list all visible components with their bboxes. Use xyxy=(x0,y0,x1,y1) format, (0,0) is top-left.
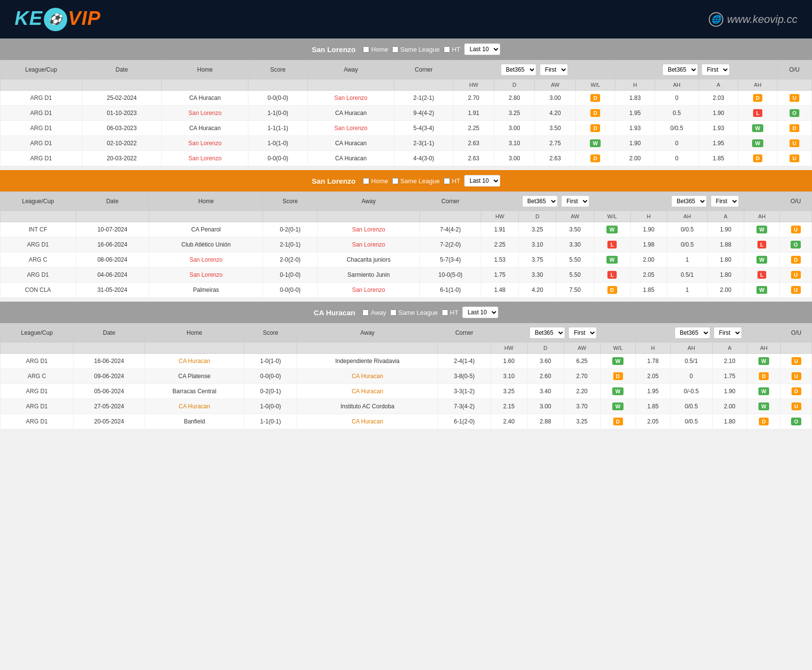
home-checkbox[interactable] xyxy=(363,46,369,53)
s2-col-home: Home xyxy=(149,192,263,211)
s3-col-score: Score xyxy=(244,324,297,343)
section2-header: San Lorenzo Home Same League HT Last 10 xyxy=(0,170,812,191)
same-league-checkbox-label[interactable]: Same League xyxy=(392,46,440,53)
s3-col-a: A xyxy=(712,343,747,354)
col-bet365-group2[interactable]: Bet365 First xyxy=(615,60,777,79)
s2-col-away-sub xyxy=(318,211,420,222)
first-select-1[interactable]: First xyxy=(540,64,568,76)
s3-ht-checkbox-label[interactable]: HT xyxy=(442,309,458,316)
s2-col-d1: D xyxy=(519,211,556,222)
section-san-lorenzo-1: San Lorenzo Home Same League HT Last 10 … xyxy=(0,38,812,166)
s3-col-aw: AW xyxy=(564,343,600,354)
col-league-sub xyxy=(0,79,82,91)
col-league: League/Cup xyxy=(0,60,82,79)
col-date-sub xyxy=(82,79,161,91)
s3-col-date-sub xyxy=(74,343,145,354)
table-row: ARG D1 01-10-2023 San Lorenzo 1-1(0-0) C… xyxy=(0,106,812,121)
first-select-2[interactable]: First xyxy=(701,64,730,76)
col-corner: Corner xyxy=(394,60,453,79)
s3-col-corner: Corner xyxy=(438,324,491,343)
s3-col-bet365-group2[interactable]: Bet365 First xyxy=(636,324,781,343)
s3-col-ou: O/U xyxy=(781,324,812,343)
s2-col-date: Date xyxy=(76,192,149,211)
s3-col-hw: HW xyxy=(491,343,527,354)
s3-col-home: Home xyxy=(145,324,244,343)
s2-first-select-2[interactable]: First xyxy=(711,195,739,207)
col-h: H xyxy=(615,79,655,91)
col-home: Home xyxy=(162,60,248,79)
home-checkbox-label[interactable]: Home xyxy=(363,46,388,53)
s3-same-league-checkbox-label[interactable]: Same League xyxy=(390,309,438,316)
s2-col-score: Score xyxy=(263,192,318,211)
col-bet365-group1[interactable]: Bet365 First xyxy=(453,60,615,79)
s3-col-bet365-group1[interactable]: Bet365 First xyxy=(491,324,636,343)
s3-bet365-select-1[interactable]: Bet365 xyxy=(529,327,565,339)
s2-col-ou: O/U xyxy=(780,192,812,211)
s3-ht-checkbox[interactable] xyxy=(442,309,448,316)
s2-col-away: Away xyxy=(318,192,420,211)
s3-away-checkbox-label[interactable]: Away xyxy=(362,309,386,316)
s2-same-league-checkbox-label[interactable]: Same League xyxy=(392,177,440,185)
s2-col-bet365-group2[interactable]: Bet365 First xyxy=(630,192,780,211)
s3-col-home-sub xyxy=(145,343,244,354)
s3-col-away-sub xyxy=(297,343,438,354)
website-url: 🌐 www.keovip.cc xyxy=(709,12,797,27)
table-row: ARG D1 05-06-2024 Barracas Central 0-2(0… xyxy=(0,384,812,399)
table-row: ARG D1 16-06-2024 CA Huracan 1-0(1-0) In… xyxy=(0,354,812,369)
s2-col-a: A xyxy=(707,211,744,222)
section1-controls[interactable]: Home Same League HT Last 10 xyxy=(363,43,500,55)
section3-table: League/Cup Date Home Score Away Corner B… xyxy=(0,323,812,429)
section3-controls[interactable]: Away Same League HT Last 10 xyxy=(362,306,498,318)
col-score-sub xyxy=(248,79,307,91)
ht-checkbox-label[interactable]: HT xyxy=(444,46,460,53)
section1-header: San Lorenzo Home Same League HT Last 10 xyxy=(0,38,812,60)
s2-col-wl1: W/L xyxy=(594,211,630,222)
s3-last-matches-select[interactable]: Last 10 xyxy=(462,306,498,318)
s2-home-checkbox[interactable] xyxy=(363,178,369,184)
table-row: ARG D1 27-05-2024 CA Huracan 1-0(0-0) In… xyxy=(0,399,812,414)
bet365-select-1[interactable]: Bet365 xyxy=(501,64,536,76)
last-matches-select[interactable]: Last 10 xyxy=(464,43,500,55)
section2-table: League/Cup Date Home Score Away Corner B… xyxy=(0,191,812,298)
col-hw: HW xyxy=(453,79,494,91)
s2-col-bet365-group1[interactable]: Bet365 First xyxy=(481,192,630,211)
s3-first-select-1[interactable]: First xyxy=(568,327,597,339)
section2-controls[interactable]: Home Same League HT Last 10 xyxy=(363,175,500,187)
section-san-lorenzo-2: San Lorenzo Home Same League HT Last 10 … xyxy=(0,170,812,298)
s3-col-away: Away xyxy=(297,324,438,343)
col-aw: AW xyxy=(535,79,576,91)
same-league-checkbox[interactable] xyxy=(392,46,398,53)
s2-col-hw: HW xyxy=(481,211,518,222)
table-row: ARG D1 04-06-2024 San Lorenzo 0-1(0-0) S… xyxy=(0,268,812,283)
s3-away-checkbox[interactable] xyxy=(362,309,369,316)
logo-text: KE⚽VIP xyxy=(15,7,101,31)
s2-bet365-select-2[interactable]: Bet365 xyxy=(671,195,707,207)
s3-col-league-sub xyxy=(0,343,74,354)
section3-title: CA Huracan xyxy=(314,308,355,317)
s3-first-select-2[interactable]: First xyxy=(714,327,742,339)
s3-col-ah2: AH xyxy=(747,343,780,354)
s2-col-ah2: AH xyxy=(744,211,779,222)
col-ou: O/U xyxy=(777,60,812,79)
s3-col-score-sub xyxy=(244,343,297,354)
col-ah1: AH xyxy=(655,79,699,91)
s2-bet365-select-1[interactable]: Bet365 xyxy=(522,195,558,207)
s2-ht-checkbox[interactable] xyxy=(444,178,450,184)
s2-col-home-sub xyxy=(149,211,263,222)
s2-col-ah1: AH xyxy=(667,211,707,222)
ht-checkbox[interactable] xyxy=(444,46,450,53)
s2-home-checkbox-label[interactable]: Home xyxy=(363,177,388,185)
s3-same-league-checkbox[interactable] xyxy=(390,309,397,316)
col-a: A xyxy=(699,79,738,91)
s2-same-league-checkbox[interactable] xyxy=(392,178,398,184)
col-date: Date xyxy=(82,60,161,79)
s3-bet365-select-2[interactable]: Bet365 xyxy=(675,327,710,339)
s2-col-corner-sub xyxy=(420,211,481,222)
bet365-select-2[interactable]: Bet365 xyxy=(662,64,698,76)
s2-col-aw: AW xyxy=(556,211,594,222)
s2-last-matches-select[interactable]: Last 10 xyxy=(464,175,500,187)
s2-col-date-sub xyxy=(76,211,149,222)
s2-first-select-1[interactable]: First xyxy=(561,195,589,207)
s2-ht-checkbox-label[interactable]: HT xyxy=(444,177,460,185)
section1-title: San Lorenzo xyxy=(312,45,356,54)
